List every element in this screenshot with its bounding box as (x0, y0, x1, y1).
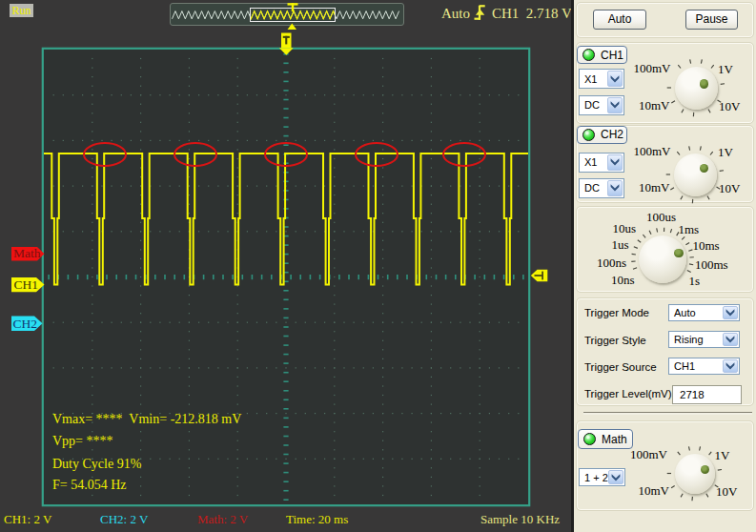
svg-text:Math: Math (13, 246, 41, 260)
svg-text:CH2: CH2 (13, 317, 38, 331)
svg-text:CH1: CH1 (14, 277, 39, 292)
